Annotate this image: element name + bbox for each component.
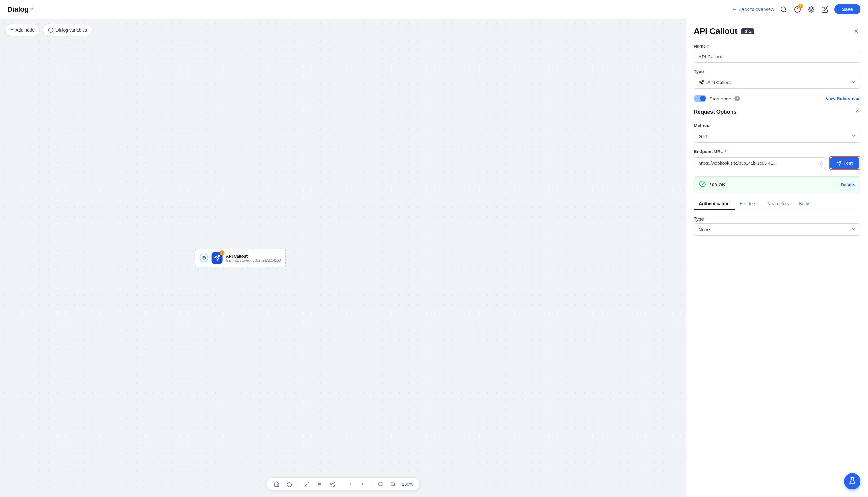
endpoint-required: * — [724, 149, 726, 154]
type-value: API Callout — [707, 80, 731, 85]
header-right: ← Back to overview 1 Save — [732, 4, 860, 14]
tab-authentication[interactable]: Authentication — [694, 198, 735, 210]
endpoint-row: {} Test — [694, 156, 860, 170]
help-icon[interactable]: ? — [734, 96, 740, 101]
sub-tabs: Authentication Headers Parameters Body — [694, 198, 860, 210]
status-text: 200 OK — [709, 182, 726, 187]
edit-icon-button[interactable] — [821, 5, 829, 14]
toggle-row: Start node ? View References — [694, 95, 860, 102]
panel-id-badge: id: 2 — [741, 28, 755, 34]
header-icons: 1 — [779, 5, 829, 14]
dialog-variables-icon — [48, 27, 54, 33]
prev-icon-button[interactable] — [346, 480, 354, 488]
node-badge: 1 — [220, 251, 225, 255]
svg-point-13 — [333, 482, 335, 483]
check-circle-icon — [699, 181, 706, 189]
section-chevron-up-icon[interactable] — [855, 108, 860, 115]
method-select[interactable]: GET — [694, 130, 860, 143]
auth-select-wrap: None Basic Auth Bearer Token API Key — [694, 223, 860, 236]
notifications-icon-button[interactable]: 1 — [793, 5, 802, 14]
endpoint-input-wrap: {} — [694, 157, 826, 169]
api-callout-node[interactable]: 1 API Callout GET https://webhook.site/b… — [195, 248, 286, 267]
name-required: * — [707, 44, 709, 48]
bottom-toolbar: id 100% — [267, 478, 420, 491]
toolbar-divider-2 — [341, 481, 341, 487]
status-success-bar: 200 OK Details — [694, 176, 860, 193]
auth-type-label: Type — [694, 216, 860, 222]
view-references-link[interactable]: View References — [826, 96, 860, 101]
type-select-wrap: API Callout — [694, 76, 860, 89]
type-chevron-down-icon — [851, 80, 856, 85]
toggle-knob — [700, 96, 706, 101]
method-select-wrap: GET — [694, 130, 860, 143]
node-container: 1 API Callout GET https://webhook.site/b… — [195, 248, 286, 267]
svg-line-16 — [331, 484, 333, 485]
header: Dialog * ← Back to overview 1 Save — [0, 0, 868, 19]
zoom-in-button[interactable] — [389, 480, 397, 488]
node-title: API Callout — [226, 254, 281, 258]
method-field-group: Method GET — [694, 123, 860, 143]
add-node-label: Add node — [16, 28, 34, 33]
add-node-button[interactable]: + Add node — [5, 24, 40, 36]
brace-icon: {} — [820, 161, 823, 166]
request-options-title: Request Options — [694, 109, 737, 115]
next-icon-button[interactable] — [359, 480, 367, 488]
canvas-toolbar: + Add node Dialog variables — [5, 24, 92, 36]
name-label: Name * — [694, 44, 860, 48]
back-to-overview-link[interactable]: ← Back to overview — [732, 6, 774, 12]
endpoint-input[interactable] — [694, 157, 826, 169]
save-button[interactable]: Save — [835, 4, 860, 14]
svg-point-14 — [330, 483, 332, 485]
svg-line-22 — [394, 485, 395, 486]
dialog-variables-button[interactable]: Dialog variables — [43, 24, 92, 36]
svg-point-15 — [333, 485, 335, 487]
search-icon-button[interactable] — [779, 5, 788, 14]
layers-icon-button[interactable] — [807, 5, 815, 14]
tab-parameters[interactable]: Parameters — [761, 198, 794, 210]
fit-icon-button[interactable] — [303, 480, 311, 488]
type-field-group: Type API Callout — [694, 69, 860, 89]
undo-icon-button[interactable] — [286, 480, 293, 488]
toggle-left: Start node ? — [694, 95, 740, 102]
plus-icon: + — [10, 27, 14, 33]
panel-title-text: API Callout — [694, 26, 738, 36]
tab-body[interactable]: Body — [794, 198, 814, 210]
back-label: Back to overview — [739, 6, 774, 12]
zoom-out-button[interactable] — [377, 480, 384, 488]
start-node-label: Start node — [710, 96, 731, 101]
canvas-area: + Add node Dialog variables 1 — [0, 19, 686, 497]
auth-type-select[interactable]: None Basic Auth Bearer Token API Key — [694, 223, 860, 236]
success-left: 200 OK — [699, 181, 726, 189]
panel-close-button[interactable]: ✕ — [852, 27, 860, 36]
name-field-group: Name * — [694, 44, 860, 63]
header-left: Dialog * — [8, 5, 33, 14]
modified-indicator: * — [31, 6, 33, 12]
panel-title-row: API Callout id: 2 — [694, 26, 754, 36]
fab-button[interactable] — [844, 473, 860, 489]
node-icon-wrap: 1 — [212, 252, 223, 264]
node-subtitle: GET https://webhook.site/b3b142b8 — [226, 258, 281, 262]
canvas-background — [0, 19, 686, 497]
home-icon-button[interactable] — [273, 480, 281, 488]
test-button-wrap: Test — [829, 156, 860, 170]
dialog-variables-label: Dialog variables — [56, 28, 87, 33]
app-title: Dialog — [8, 5, 29, 14]
endpoint-field-group: Endpoint URL * {} Test — [694, 149, 860, 170]
method-value: GET — [699, 134, 708, 139]
svg-line-17 — [331, 483, 333, 484]
request-options-section-header: Request Options — [694, 108, 860, 118]
name-input[interactable] — [694, 51, 860, 63]
node-info: API Callout GET https://webhook.site/b3b… — [226, 254, 281, 262]
details-link[interactable]: Details — [841, 182, 855, 187]
svg-line-19 — [382, 485, 383, 486]
test-button[interactable]: Test — [830, 157, 859, 169]
tab-headers[interactable]: Headers — [735, 198, 761, 210]
main-layout: + Add node Dialog variables 1 — [0, 19, 868, 497]
notification-badge: 1 — [798, 4, 803, 9]
id-button[interactable]: id — [316, 480, 324, 488]
type-select[interactable]: API Callout — [694, 76, 860, 89]
right-panel: API Callout id: 2 ✕ Name * Type API Call… — [686, 19, 868, 497]
auth-type-field: Type None Basic Auth Bearer Token API Ke… — [694, 216, 860, 236]
start-node-toggle[interactable] — [694, 95, 707, 102]
routes-icon-button[interactable] — [329, 480, 336, 488]
